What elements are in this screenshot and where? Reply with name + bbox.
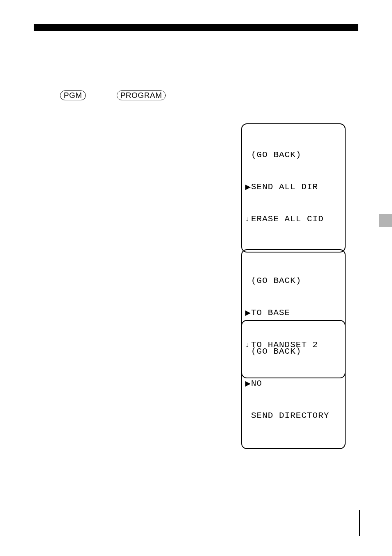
cursor-right-icon: ▶ [245, 378, 251, 389]
cursor-right-icon: ▶ [245, 182, 251, 192]
lcd-screen-1: (GO BACK) ▶ SEND ALL DIR ↓ ERASE ALL CID [241, 123, 346, 253]
lcd-text: (GO BACK) [251, 150, 301, 160]
footer-mark [359, 510, 360, 536]
side-tab [379, 214, 392, 227]
lcd-text: (GO BACK) [251, 276, 301, 286]
lcd-screen-3: (GO BACK) ▶ NO SEND DIRECTORY [241, 320, 346, 449]
lcd-text: SEND ALL DIR [251, 182, 318, 192]
lcd1-row-erase-all-cid: ↓ ERASE ALL CID [245, 214, 341, 225]
pgm-button[interactable]: PGM [60, 90, 86, 100]
lcd2-row-to-base: ▶ TO BASE [245, 308, 341, 318]
lcd3-row-go-back: (GO BACK) [245, 346, 341, 357]
lcd-text: (GO BACK) [251, 346, 301, 357]
lcd-text: SEND DIRECTORY [251, 410, 329, 421]
lcd-text: TO BASE [251, 308, 290, 318]
header-bar [34, 24, 358, 31]
cursor-right-icon: ▶ [245, 308, 251, 318]
lcd1-row-go-back: (GO BACK) [245, 150, 341, 160]
lcd-text: ERASE ALL CID [251, 214, 324, 225]
program-button[interactable]: PROGRAM [117, 90, 166, 100]
lcd3-row-no: ▶ NO [245, 378, 341, 389]
lcd3-row-send-directory: SEND DIRECTORY [245, 410, 341, 421]
arrow-down-icon: ↓ [245, 214, 251, 225]
button-row: PGM PROGRAM [60, 90, 166, 100]
lcd1-row-send-all-dir: ▶ SEND ALL DIR [245, 182, 341, 192]
lcd-text: NO [251, 378, 262, 389]
lcd2-row-go-back: (GO BACK) [245, 276, 341, 286]
